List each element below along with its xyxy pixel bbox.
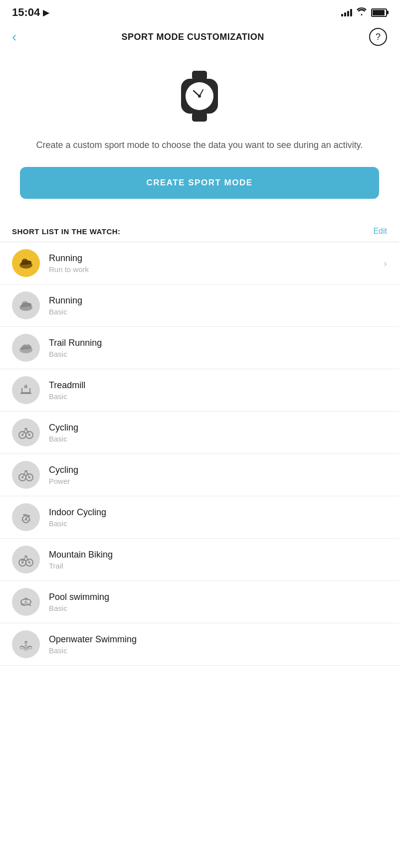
sport-subtitle: Basic [49, 392, 387, 401]
sport-subtitle: Basic [49, 519, 387, 528]
description-text: Create a custom sport mode to choose the… [0, 134, 399, 167]
sport-info: Cycling Basic [49, 423, 387, 443]
sport-icon-circle [12, 546, 40, 574]
sport-subtitle: Basic [49, 434, 387, 443]
help-button[interactable]: ? [369, 28, 387, 46]
chevron-right-icon: › [384, 258, 387, 269]
list-item[interactable]: Running Run to work › [0, 242, 399, 285]
edit-button[interactable]: Edit [373, 227, 387, 236]
sport-info: Cycling Power [49, 465, 387, 485]
sport-icon-circle [12, 461, 40, 489]
list-item[interactable]: Mountain Biking Trail [0, 539, 399, 581]
sport-info: Running Basic [49, 295, 387, 316]
sport-info: Openwater Swimming Basic [49, 634, 387, 655]
status-icons [341, 7, 387, 18]
list-item[interactable]: Running Basic [0, 285, 399, 327]
status-bar: 15:04 ▶ [0, 0, 399, 23]
sport-icon-circle [12, 376, 40, 404]
sport-name: Cycling [49, 423, 387, 433]
sport-icon-circle [12, 334, 40, 362]
sport-icon-circle [12, 249, 40, 277]
sport-info: Running Run to work [49, 253, 384, 274]
short-list-title: SHORT LIST IN THE WATCH: [12, 227, 121, 236]
battery-icon [371, 8, 387, 17]
create-button-container: CREATE SPORT MODE [0, 167, 399, 219]
sport-name: Openwater Swimming [49, 634, 387, 645]
list-item[interactable]: Trail Running Basic [0, 327, 399, 369]
sport-name: Cycling [49, 465, 387, 475]
short-list-header: SHORT LIST IN THE WATCH: Edit [0, 219, 399, 242]
sport-subtitle: Trail [49, 562, 387, 570]
sport-name: Running [49, 253, 384, 264]
sport-name: Trail Running [49, 338, 387, 348]
sport-info: Indoor Cycling Basic [49, 507, 387, 528]
sport-icon-circle [12, 419, 40, 446]
sport-subtitle: Basic [49, 350, 387, 358]
watch-icon [177, 69, 222, 124]
status-time: 15:04 ▶ [12, 6, 49, 19]
sport-info: Pool swimming Basic [49, 592, 387, 612]
sport-icon-circle [12, 630, 40, 658]
sport-name: Pool swimming [49, 592, 387, 602]
sport-name: Running [49, 295, 387, 306]
svg-point-35 [24, 641, 27, 644]
watch-icon-container [0, 54, 399, 134]
svg-rect-0 [192, 71, 207, 80]
list-item[interactable]: Openwater Swimming Basic [0, 623, 399, 666]
back-button[interactable]: ‹ [12, 29, 16, 45]
list-item[interactable]: Cycling Basic [0, 412, 399, 454]
sport-subtitle: Basic [49, 646, 387, 655]
svg-rect-11 [20, 393, 32, 394]
sport-subtitle: Run to work [49, 265, 384, 274]
list-item[interactable]: Pool swimming Basic [0, 581, 399, 623]
sport-list: Running Run to work › Running Basic Trai… [0, 242, 399, 666]
create-sport-mode-button[interactable]: CREATE SPORT MODE [20, 167, 379, 199]
svg-point-14 [24, 385, 27, 388]
sport-name: Treadmill [49, 380, 387, 391]
wifi-icon [356, 7, 367, 18]
svg-rect-1 [192, 113, 207, 122]
sport-subtitle: Power [49, 477, 387, 485]
nav-header: ‹ SPORT MODE CUSTOMIZATION ? [0, 23, 399, 54]
sport-subtitle: Basic [49, 604, 387, 612]
page-title: SPORT MODE CUSTOMIZATION [121, 32, 264, 42]
svg-rect-27 [23, 514, 27, 515]
location-icon: ▶ [43, 8, 49, 17]
list-item[interactable]: Treadmill Basic [0, 369, 399, 412]
sport-name: Mountain Biking [49, 550, 387, 560]
sport-info: Treadmill Basic [49, 380, 387, 401]
sport-icon-circle [12, 291, 40, 319]
sport-icon-circle [12, 503, 40, 531]
sport-icon-circle [12, 588, 40, 616]
sport-name: Indoor Cycling [49, 507, 387, 518]
signal-bars [341, 8, 352, 16]
svg-point-34 [24, 597, 27, 600]
list-item[interactable]: Indoor Cycling Basic [0, 496, 399, 539]
sport-info: Mountain Biking Trail [49, 550, 387, 570]
list-item[interactable]: Cycling Power [0, 454, 399, 496]
sport-info: Trail Running Basic [49, 338, 387, 358]
sport-subtitle: Basic [49, 307, 387, 316]
